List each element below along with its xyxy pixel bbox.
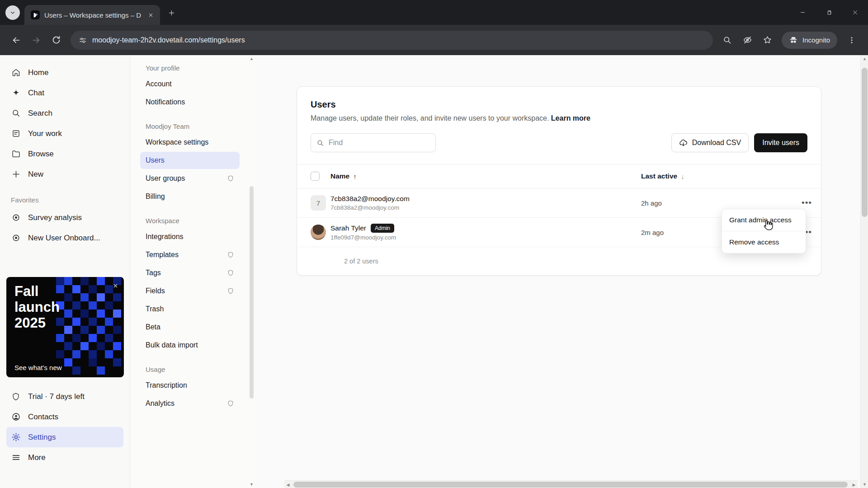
promo-card[interactable]: Fall launch 2025 See what's new [6, 277, 124, 377]
column-last-active[interactable]: Last active [641, 172, 677, 180]
nav-item-trash[interactable]: Trash [140, 300, 240, 318]
browser-menu-button[interactable] [842, 30, 862, 50]
nav-item-beta[interactable]: Beta [140, 319, 240, 336]
user-email: 1ffe09d7@moodjoy.com [330, 234, 396, 241]
select-all-checkbox[interactable] [311, 172, 320, 181]
incognito-label: Incognito [802, 36, 830, 44]
promo-title: Fall launch 2025 [14, 283, 78, 331]
menu-item-grant-admin-access[interactable]: Grant admin access [722, 209, 806, 231]
tab-search-button[interactable] [5, 5, 20, 20]
bookmark-star-icon[interactable] [757, 30, 777, 50]
scroll-up-arrow[interactable]: ▲ [861, 55, 868, 62]
nav-item-label: Trash [146, 305, 164, 313]
description-text: Manage users, update their roles, and in… [311, 114, 549, 122]
eye-slash-icon[interactable] [737, 30, 757, 50]
page-scrollbar[interactable]: ▲ ▼ [860, 55, 868, 488]
sidebar-item-browse[interactable]: Browse [6, 144, 123, 164]
favorite-item-new-user-onboarding[interactable]: New User Onboard... [6, 228, 123, 248]
trial-badge-icon [11, 392, 21, 401]
user-email: 7cb838a2@moodjoy.com [330, 204, 410, 211]
scroll-down-arrow[interactable]: ▼ [248, 481, 255, 488]
nav-item-integrations[interactable]: Integrations [140, 228, 240, 245]
download-csv-button[interactable]: Download CSV [671, 133, 749, 152]
nav-item-workspace-settings[interactable]: Workspace settings [140, 134, 240, 151]
close-window-button[interactable] [842, 0, 868, 25]
hamburger-icon [11, 453, 21, 462]
scrollbar-thumb[interactable] [862, 68, 868, 217]
nav-item-templates[interactable]: Templates [140, 246, 240, 263]
scroll-left-arrow[interactable]: ◀ [284, 481, 292, 488]
nav-item-notifications[interactable]: Notifications [140, 94, 240, 111]
nav-item-fields[interactable]: Fields [140, 282, 240, 300]
find-input[interactable] [329, 139, 430, 147]
sidebar-item-settings[interactable]: Settings [6, 427, 123, 447]
browser-tab[interactable]: Users – Workspace settings – D [24, 5, 160, 25]
sort-desc-icon[interactable]: ↓ [681, 173, 684, 180]
nav-item-tags[interactable]: Tags [140, 264, 240, 282]
address-bar[interactable]: moodjoy-team-2h2v.dovetail.com/settings/… [71, 31, 713, 50]
row-menu-button[interactable]: ••• [799, 196, 815, 210]
page-description: Manage users, update their roles, and in… [311, 114, 807, 122]
column-name[interactable]: Name [330, 172, 349, 180]
promo-cta-link[interactable]: See what's new [14, 364, 62, 371]
app-sidebar: Home Chat Search Your work Browse New Fa… [0, 55, 130, 488]
sidebar-item-chat[interactable]: Chat [6, 83, 123, 103]
nav-item-analytics[interactable]: Analytics [140, 395, 240, 412]
sidebar-item-contacts[interactable]: Contacts [6, 407, 123, 427]
nav-item-account[interactable]: Account [140, 75, 240, 93]
your-work-icon [11, 129, 21, 138]
reload-button[interactable] [46, 30, 66, 50]
user-name: 7cb838a2@moodjoy.com [330, 195, 410, 203]
forward-button[interactable] [26, 30, 46, 50]
tab-title: Users – Workspace settings – D [44, 11, 141, 19]
promo-close-icon[interactable] [110, 281, 120, 291]
tab-close-button[interactable] [146, 10, 156, 20]
scroll-up-arrow[interactable]: ▲ [248, 55, 255, 62]
nav-item-users[interactable]: Users [140, 152, 240, 169]
nav-item-label: Analytics [146, 399, 175, 408]
upgrade-badge-icon [227, 175, 234, 182]
nav-item-billing[interactable]: Billing [140, 188, 240, 205]
sidebar-item-more[interactable]: More [6, 447, 123, 468]
search-icon [11, 108, 21, 118]
nav-item-label: Beta [146, 323, 160, 331]
nav-item-label: Templates [146, 251, 179, 259]
sidebar-item-label: Chat [28, 89, 44, 98]
sidebar-item-your-work[interactable]: Your work [6, 123, 123, 144]
sidebar-item-label: Home [28, 68, 48, 77]
minimize-button[interactable] [789, 0, 816, 25]
nav-section-header: Workspace [146, 217, 240, 225]
maximize-button[interactable] [816, 0, 842, 25]
horizontal-scrollbar[interactable]: ◀ ▶ [284, 480, 858, 488]
incognito-badge: Incognito [782, 32, 837, 49]
zoom-icon[interactable] [717, 30, 737, 50]
sidebar-item-new[interactable]: New [6, 164, 123, 184]
settings-nav-scrollbar[interactable]: ▲ ▼ [248, 55, 255, 488]
upgrade-badge-icon [227, 251, 234, 258]
upgrade-badge-icon [227, 400, 234, 407]
home-icon [11, 68, 21, 77]
sidebar-item-label: New [28, 170, 43, 179]
nav-item-bulk-data-import[interactable]: Bulk data import [140, 337, 240, 354]
invite-users-button[interactable]: Invite users [754, 133, 807, 152]
find-search-box[interactable] [311, 133, 436, 152]
nav-item-user-groups[interactable]: User groups [140, 170, 240, 187]
site-info-icon[interactable] [79, 36, 87, 44]
sidebar-item-label: Trial · 7 days left [28, 392, 85, 401]
sidebar-item-search[interactable]: Search [6, 103, 123, 123]
favorite-item-survey-analysis[interactable]: Survey analysis [6, 207, 123, 228]
person-icon [11, 412, 21, 422]
scrollbar-thumb[interactable] [250, 186, 254, 399]
scroll-right-arrow[interactable]: ▶ [850, 481, 858, 488]
back-button[interactable] [6, 30, 26, 50]
sidebar-item-home[interactable]: Home [6, 62, 123, 83]
scroll-down-arrow[interactable]: ▼ [861, 481, 868, 488]
nav-item-transcription[interactable]: Transcription [140, 377, 240, 394]
menu-item-remove-access[interactable]: Remove access [722, 231, 806, 253]
learn-more-link[interactable]: Learn more [551, 114, 590, 122]
sidebar-item-trial[interactable]: Trial · 7 days left [6, 386, 123, 407]
nav-item-label: Bulk data import [146, 341, 198, 349]
sort-asc-icon[interactable]: ↑ [353, 173, 357, 180]
scrollbar-thumb[interactable] [293, 482, 848, 488]
new-tab-button[interactable] [164, 5, 179, 20]
